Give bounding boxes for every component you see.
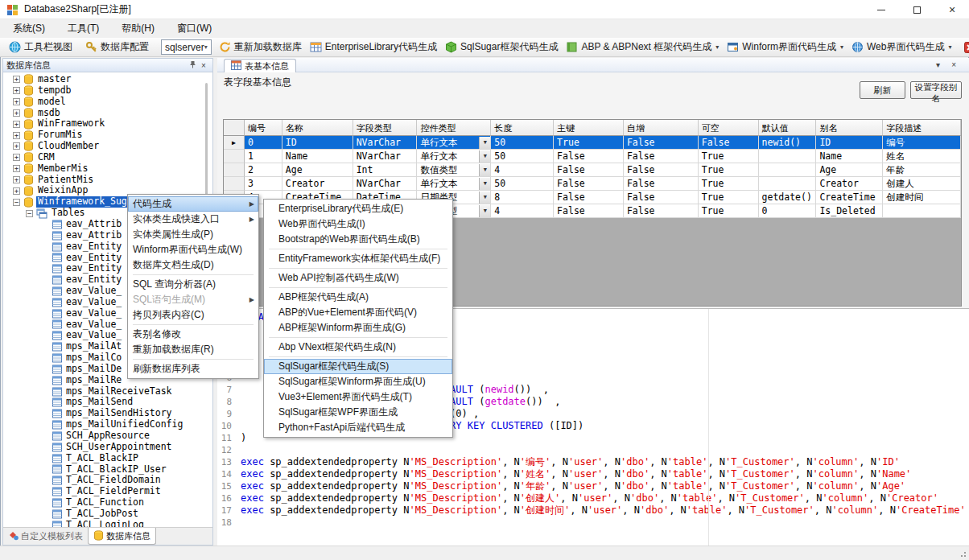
grid-cell[interactable]: ID (282, 136, 353, 150)
expand-icon[interactable]: + (13, 76, 20, 83)
menu-item[interactable]: EntityFramework实体框架代码生成(F) (264, 251, 452, 266)
menu-item[interactable]: Python+FastApi后端代码生成 (264, 420, 452, 435)
expand-icon[interactable]: + (13, 109, 20, 117)
grid-cell[interactable]: True (554, 136, 624, 150)
grid-cell[interactable]: 单行文本▼ (417, 136, 491, 150)
tree-item[interactable]: +msdb (3, 108, 212, 119)
grid-cell[interactable]: False (554, 163, 624, 177)
toolbar-button-keys[interactable]: 数据库配置 (81, 39, 153, 56)
resize-grip-icon[interactable] (960, 551, 967, 558)
column-header[interactable]: 字段描述 (883, 120, 961, 136)
panel-tab-active[interactable]: 数据库信息 (88, 528, 156, 545)
menu-item[interactable]: 代码生成▶ (128, 196, 258, 212)
menu-item[interactable]: 窗口(W) (167, 19, 221, 38)
tree-item[interactable]: +tempdb (3, 85, 212, 97)
grid-cell[interactable]: 50 (491, 136, 554, 150)
row-selector[interactable] (224, 163, 245, 177)
grid-cell[interactable]: 年龄 (883, 163, 961, 177)
menu-item[interactable]: SQL 查询分析器(A) (128, 277, 258, 292)
grid-cell[interactable]: Name (816, 150, 883, 163)
toolbar-button-exit[interactable]: 退出 (960, 39, 969, 56)
menu-item[interactable]: Vue3+Element界面代码生成(T) (264, 389, 452, 405)
tree-scrollbar[interactable] (205, 83, 208, 204)
tree-item[interactable]: T_ACL_FieldDomain (3, 475, 212, 486)
tree-item[interactable]: +CRM (3, 152, 212, 163)
toolbar-button-abp[interactable]: ABP & ABPNext 框架代码生成▾ (562, 39, 723, 56)
tree-item[interactable]: mps_MailSend (3, 397, 212, 408)
cell-combo-dropdown-icon[interactable]: ▼ (479, 164, 490, 176)
grid-cell[interactable]: getdate() (759, 191, 817, 204)
tree-item[interactable]: T_ACL_BlackIP (3, 453, 212, 464)
grid-cell[interactable]: Name (282, 150, 353, 163)
menu-item[interactable]: 实体类生成快速入口▶ (128, 212, 258, 227)
menu-item[interactable]: ABP框架Winform界面生成(G) (264, 320, 452, 336)
cell-combo-dropdown-icon[interactable]: ▼ (479, 205, 490, 217)
menu-item[interactable]: SqlSugar框架代码生成(S) (264, 359, 452, 374)
grid-cell[interactable]: 数值类型▼ (417, 163, 491, 177)
expand-icon[interactable]: + (13, 142, 20, 150)
menu-item[interactable]: SQL语句生成(M)▶ (128, 292, 258, 307)
menu-item[interactable]: Web API控制器代码生成(W) (264, 270, 452, 286)
grid-cell[interactable]: 创建时间 (883, 191, 961, 204)
grid-cell[interactable]: 50 (491, 177, 554, 191)
toolbar-button-globe-view[interactable]: 工具栏视图 (5, 39, 76, 56)
menu-item[interactable]: EnterpriseLibrary代码生成(E) (264, 201, 452, 216)
grid-cell[interactable]: False (554, 204, 624, 218)
grid-cell[interactable]: True (699, 191, 759, 204)
grid-cell[interactable]: False (624, 163, 699, 177)
toolbar-button-winform[interactable]: Winform界面代码生成▾ (723, 39, 847, 56)
tree-item[interactable]: T_ACL_BlackIP_User (3, 464, 212, 476)
grid-cell[interactable] (759, 177, 817, 191)
column-header[interactable]: 编号 (245, 120, 282, 136)
expand-icon[interactable]: + (13, 187, 20, 195)
grid-cell[interactable]: False (554, 177, 624, 191)
column-header[interactable]: 可空 (699, 120, 759, 136)
menu-item[interactable]: 实体类属性生成(P) (128, 227, 258, 242)
grid-cell[interactable]: False (624, 150, 699, 163)
tree-item[interactable]: +WinFramework (3, 118, 212, 130)
panel-tab-inactive[interactable]: 自定义模板列表 (3, 528, 88, 545)
grid-cell[interactable]: True (699, 163, 759, 177)
grid-cell[interactable] (759, 150, 817, 163)
expand-icon[interactable]: + (13, 87, 20, 94)
menu-item[interactable]: 重新加载数据库(R) (128, 342, 258, 357)
expand-icon[interactable]: + (13, 132, 20, 139)
expand-icon[interactable]: + (13, 165, 20, 172)
grid-cell[interactable]: Creator (816, 177, 883, 191)
grid-cell[interactable]: False (554, 150, 624, 163)
row-selector[interactable]: ▶ (224, 136, 245, 150)
tree-item[interactable]: +MemberMis (3, 163, 212, 175)
menu-item[interactable]: ABP的Vue+Element界面代码(V) (264, 305, 452, 320)
column-header[interactable]: 名称 (282, 120, 353, 136)
grid-cell[interactable]: True (699, 204, 759, 218)
refresh-button[interactable]: 刷新 (860, 81, 905, 99)
grid-cell[interactable]: 50 (491, 150, 554, 163)
tree-item[interactable]: mps_MailReceiveTask (3, 386, 212, 397)
menu-item[interactable]: 工具(T) (58, 19, 109, 38)
grid-cell[interactable]: ID (816, 136, 883, 150)
table-row[interactable]: ▶0IDNVarChar单行文本▼50TrueFalseFalsenewid()… (224, 136, 961, 150)
column-header[interactable]: 自增 (624, 120, 699, 136)
grid-cell[interactable]: Age (816, 163, 883, 177)
grid-cell[interactable]: 4 (491, 204, 554, 218)
pin-icon[interactable] (187, 60, 198, 70)
tree-item[interactable]: T_ACL_JobPost (3, 509, 212, 520)
toolbar-button-refresh[interactable]: 重新加载数据库 (215, 39, 306, 56)
cell-combo-dropdown-icon[interactable]: ▼ (479, 137, 490, 149)
menu-item[interactable]: Abp VNext框架代码生成(N) (264, 340, 452, 355)
toolbar-button-table-gen[interactable]: EnterpriseLibrary代码生成 (306, 39, 441, 56)
panel-close-icon[interactable]: × (198, 61, 209, 70)
grid-cell[interactable] (759, 163, 817, 177)
toolbar-button-cube[interactable]: SqlSugar框架代码生成 (441, 39, 562, 56)
set-field-alias-button[interactable]: 设置字段别名 (910, 81, 962, 99)
menu-item[interactable]: SqlSugar框架WPF界面生成 (264, 405, 452, 420)
grid-cell[interactable]: 3 (245, 177, 282, 191)
grid-cell[interactable]: 编号 (883, 136, 961, 150)
cell-combo-dropdown-icon[interactable]: ▼ (479, 178, 490, 190)
cell-combo-dropdown-icon[interactable]: ▼ (479, 191, 490, 204)
tab-close-icon[interactable]: × (951, 60, 956, 69)
collapse-icon[interactable]: − (13, 199, 20, 206)
tree-item[interactable]: +CloudMember (3, 141, 212, 152)
tree-item[interactable]: mps_MailSendHistory (3, 408, 212, 419)
grid-cell[interactable]: NVarChar (353, 150, 418, 163)
